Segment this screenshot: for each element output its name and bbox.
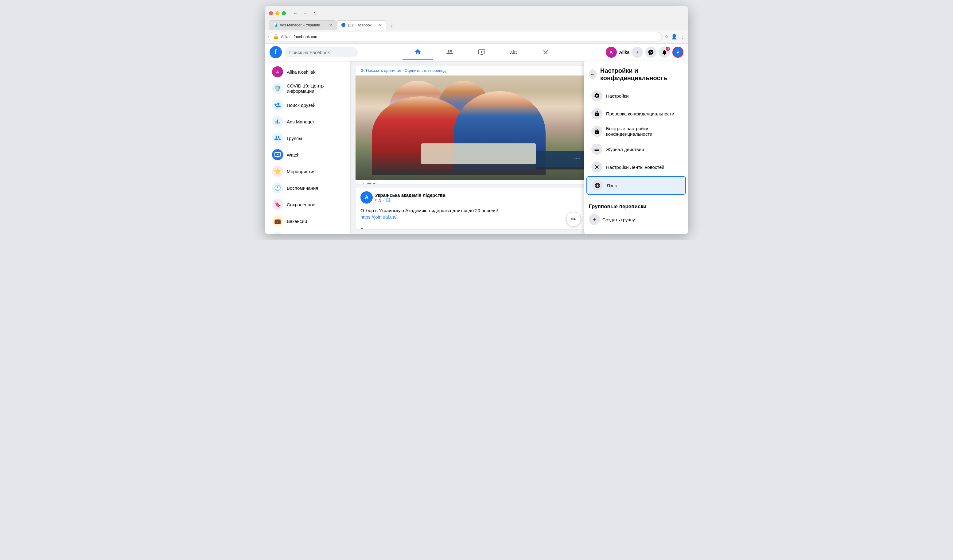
sidebar-item-events[interactable]: ⭐ Мероприятия	[267, 163, 348, 179]
back-navigation-button[interactable]: ←	[291, 9, 300, 17]
user-name-label: Alika	[619, 50, 629, 55]
activity-log-label: Журнал действий	[606, 147, 644, 152]
post2-globe-icon: 🌐	[386, 198, 391, 202]
post2-separator: ·	[383, 198, 384, 202]
events-icon: ⭐	[272, 166, 283, 177]
tab-adsmanager-title: Ads Manager – Управление ре...	[280, 23, 326, 27]
sidebar-item-profile[interactable]: A Alika Koshliak	[267, 64, 348, 80]
create-group-plus-icon: +	[589, 214, 600, 225]
browser-titlebar: ← → ↻ 📊 Ads Manager – Управление ре... ✕…	[265, 6, 688, 30]
create-group-label: Создать группу	[602, 217, 635, 222]
gaming-videos-icon: 🎮	[272, 232, 283, 234]
settings-privacy-panel: ← Настройки и конфиденциальность Настрой…	[584, 61, 688, 234]
ads-manager-icon	[272, 116, 283, 127]
post2-time: 6 д.	[375, 198, 382, 202]
address-domain: facebook.com	[293, 34, 318, 39]
sidebar-item-find-friends[interactable]: Поиск друзей	[267, 97, 348, 113]
tab-facebook-close[interactable]: ✕	[379, 23, 382, 28]
news-feed-settings-icon	[591, 161, 602, 172]
panel-back-button[interactable]: ←	[589, 70, 596, 79]
translate-gear-icon: ⚙	[360, 68, 364, 73]
compose-icon: ✏	[571, 216, 576, 223]
create-group-item[interactable]: + Создать группу	[584, 211, 688, 228]
panel-divider	[589, 197, 683, 197]
settings-icon	[591, 90, 602, 101]
settings-item-label: Настройки	[606, 93, 629, 99]
add-button[interactable]: +	[632, 47, 643, 58]
panel-news-feed-settings-item[interactable]: Настройки Ленты новостей	[587, 158, 686, 175]
find-friends-icon	[272, 99, 283, 110]
sidebar-saved-label: Сохраненное	[287, 202, 315, 207]
navigation-controls: ← → ↻	[291, 9, 319, 17]
sidebar-item-gaming-videos[interactable]: 🎮 Игровые видео	[267, 230, 348, 234]
sidebar-item-jobs[interactable]: 💼 Вакансии	[267, 213, 348, 229]
sidebar-item-ads-manager[interactable]: Ads Manager	[267, 113, 348, 130]
translate-text[interactable]: Показать оригинал · Оценить этот перевод	[366, 68, 446, 73]
panel-settings-item[interactable]: Настройки	[587, 87, 686, 104]
quick-privacy-label: Быстрые настройки конфиденциальности	[606, 126, 652, 137]
user-profile-button[interactable]: A	[606, 47, 617, 58]
compose-button[interactable]: ✏	[566, 212, 581, 226]
facebook-logo[interactable]: f	[270, 46, 282, 58]
user-account-icon[interactable]: 👤	[671, 34, 677, 40]
covid-icon: 🛡️	[272, 83, 283, 94]
forward-navigation-button[interactable]: →	[301, 9, 309, 17]
panel-privacy-check-item[interactable]: Проверка конфиденциальности	[587, 105, 686, 122]
messenger-button[interactable]	[646, 47, 657, 58]
tab-facebook[interactable]: 🔵 (11) Facebook ✕	[337, 20, 386, 30]
nav-friends-button[interactable]	[435, 45, 465, 60]
facebook-header: f A	[265, 43, 688, 61]
reaction-icons: 👍 ❤️ 71	[360, 182, 377, 184]
panel-quick-privacy-item[interactable]: Быстрые настройки конфиденциальности	[587, 123, 686, 140]
panel-language-item[interactable]: Язык	[587, 176, 686, 195]
minimize-window-button[interactable]	[275, 11, 279, 16]
search-input[interactable]	[284, 47, 358, 57]
like-emoji-icon: 👍	[360, 182, 365, 184]
bookmark-icon[interactable]: ☆	[664, 34, 669, 40]
tab-facebook-title: (11) Facebook	[348, 23, 376, 27]
sidebar-item-covid[interactable]: 🛡️ COVID-19: Центр информации	[267, 81, 348, 96]
tab-facebook-favicon: 🔵	[341, 23, 346, 28]
left-sidebar: A Alika Koshliak 🛡️ COVID-19: Центр инфо…	[265, 61, 351, 234]
post2-author-info: А Українська академія лідерства 6 д. · 🌐	[360, 191, 445, 203]
sidebar-groups-label: Группы	[287, 136, 302, 141]
new-tab-button[interactable]: +	[387, 23, 396, 30]
saved-icon: 🔖	[272, 199, 283, 210]
sidebar-friends-label: Поиск друзей	[287, 102, 316, 108]
browser-window: ← → ↻ 📊 Ads Manager – Управление ре... ✕…	[265, 6, 688, 234]
user-initial: A	[610, 50, 613, 55]
nav-center	[358, 45, 606, 60]
facebook-body: A Alika Koshliak 🛡️ COVID-19: Центр инфо…	[265, 61, 688, 234]
post2-link[interactable]: https://join.ual.ua/	[360, 214, 397, 220]
sidebar-item-groups[interactable]: Группы	[267, 130, 348, 146]
sidebar-jobs-label: Вакансии	[287, 219, 307, 224]
sidebar-item-memories[interactable]: 🕐 Воспоминания	[267, 180, 348, 196]
panel-activity-log-item[interactable]: Журнал действий	[587, 141, 686, 158]
nav-watch-button[interactable]	[466, 45, 497, 60]
address-input-box[interactable]: 🔒 Alika | facebook.com	[269, 32, 662, 42]
memories-icon: 🕐	[272, 182, 283, 194]
refresh-button[interactable]: ↻	[311, 9, 319, 17]
post2-meta: 6 д. · 🌐	[375, 198, 445, 202]
tab-adsmanager-close[interactable]: ✕	[329, 23, 332, 28]
tab-adsmanager[interactable]: 📊 Ads Manager – Управление ре... ✕	[269, 20, 337, 30]
close-window-button[interactable]	[269, 11, 273, 16]
notification-count-badge: 11	[665, 46, 671, 51]
nav-home-button[interactable]	[402, 45, 433, 60]
sidebar-memories-label: Воспоминания	[287, 185, 318, 191]
quick-privacy-icon	[591, 126, 602, 137]
sidebar-profile-label: Alika Koshliak	[287, 70, 315, 74]
maximize-window-button[interactable]	[282, 11, 286, 16]
sidebar-item-saved[interactable]: 🔖 Сохраненное	[267, 197, 348, 213]
sidebar-watch-label: Watch	[287, 152, 300, 158]
quick-privacy-label-wrap: Быстрые настройки конфиденциальности	[606, 126, 681, 137]
nav-groups-button[interactable]	[498, 45, 529, 60]
sidebar-ads-manager-label: Ads Manager	[287, 119, 314, 124]
account-dropdown-button[interactable]: ▾	[672, 47, 683, 58]
jobs-icon: 💼	[272, 216, 283, 226]
nav-marketplace-button[interactable]	[530, 45, 561, 60]
notifications-button[interactable]: 11	[659, 47, 670, 58]
browser-menu-icon[interactable]: ⋮	[680, 34, 684, 40]
reaction-count: 71	[373, 182, 377, 184]
sidebar-item-watch[interactable]: Watch	[267, 147, 348, 163]
